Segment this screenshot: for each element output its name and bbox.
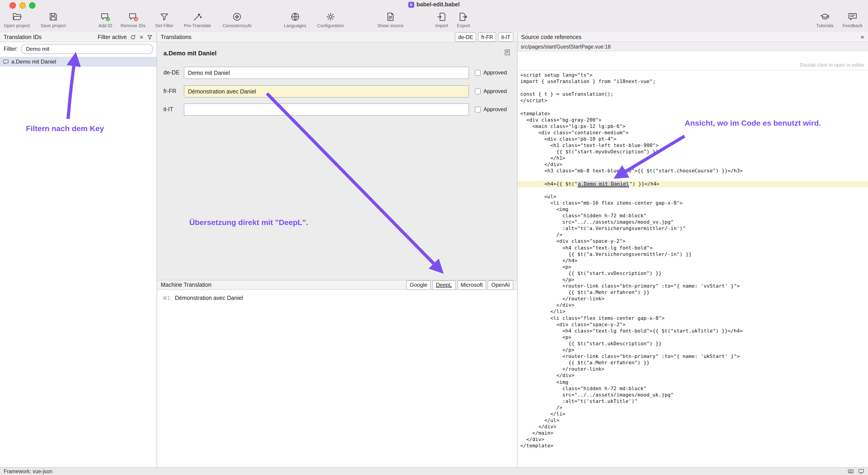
id-comment-icon[interactable]	[504, 49, 511, 56]
toolbar-label: Import	[435, 23, 448, 28]
add-id-button[interactable]: Add ID	[98, 12, 112, 28]
pre-translate-button[interactable]: Pre-Translate	[184, 12, 211, 28]
filter-label: Filter:	[4, 46, 18, 52]
clear-filter-icon[interactable]: ×	[140, 34, 144, 40]
translation-row-de-DE: de-DE Approved	[157, 67, 517, 79]
provider-button-deepl[interactable]: DeepL	[432, 280, 456, 290]
filter-input[interactable]	[21, 44, 153, 54]
language-button-fr-FR[interactable]: fr-FR	[478, 32, 496, 42]
feedback-bubble-icon	[847, 12, 858, 22]
source-references-header: Source code references ×	[518, 32, 868, 42]
source-code-references-panel: Source code references × src/pages/start…	[518, 32, 868, 467]
display-icon[interactable]	[858, 468, 864, 475]
translation-input-de-DE[interactable]	[184, 67, 469, 79]
app-document-icon: b	[408, 2, 414, 7]
refresh-filter-icon[interactable]	[130, 34, 136, 40]
approved-checkbox-it-IT[interactable]	[475, 107, 481, 112]
zoom-window-button[interactable]	[29, 2, 35, 9]
panel-divider-right[interactable]	[517, 32, 518, 467]
languages-button[interactable]: Languages	[284, 12, 306, 28]
file-reference-bar[interactable]: src/pages/start/GuestStartPage.vue:18	[518, 42, 868, 51]
toolbar-label: Export	[457, 23, 470, 28]
code-line: </div>	[518, 302, 868, 309]
minimize-window-button[interactable]	[20, 2, 26, 9]
translation-input-fr-FR[interactable]	[184, 85, 469, 98]
code-line: </div>	[518, 162, 868, 168]
filter-funnel-icon[interactable]	[147, 34, 153, 40]
translation-id-bubble-icon	[3, 59, 9, 65]
graduation-cap-icon	[820, 12, 830, 22]
approved-checkbox-fr-FR[interactable]	[475, 89, 481, 94]
code-line: const { t } = useTranslation();	[518, 92, 868, 98]
toolbar-label: Add ID	[98, 23, 112, 28]
editor-hint: Double-click to open in editor	[518, 51, 868, 70]
remove-ids-button[interactable]: Remove IDs	[121, 12, 146, 28]
code-line: {{ $t("a.Versicherungsvermittler/-in") }…	[518, 251, 868, 258]
set-filter-button[interactable]: Set Filter	[155, 12, 174, 28]
main-toolbar: Open project Save project Add ID Remove …	[0, 10, 868, 33]
code-line: {{ $t("a.Mehr erfahren") }}	[518, 290, 868, 296]
provider-button-openai[interactable]: OpenAI	[488, 280, 514, 290]
machine-translation-section: ⌘1 Démonstration avec Daniel	[157, 290, 517, 467]
code-line: />	[518, 405, 868, 411]
sparkle-badge-icon	[232, 12, 242, 22]
floppy-disk-icon	[48, 12, 58, 22]
tutorials-button[interactable]: Tutorials	[816, 12, 834, 28]
highlighted-translation-id-token[interactable]: a.Demo mit Daniel	[578, 181, 629, 187]
source-code: <script setup lang="ts">import { useTran…	[518, 72, 868, 467]
code-line: import { useTranslation } from "i18next-…	[518, 78, 868, 85]
row-language-label: de-DE	[163, 67, 180, 79]
consistency-ai-button[interactable]: ConsistencyAI	[222, 12, 251, 28]
open-project-button[interactable]: Open project	[4, 12, 30, 28]
code-line: :alt="t('a.Versicherungsvermittler/-in')…	[518, 226, 868, 232]
translation-input-it-IT[interactable]	[184, 103, 469, 116]
code-line: </main>	[518, 430, 868, 437]
add-translation-id-icon	[100, 12, 110, 22]
translation-row-it-IT: it-IT Approved	[157, 103, 517, 116]
toolbar-label: ConsistencyAI	[222, 23, 251, 28]
close-window-button[interactable]	[9, 2, 16, 9]
code-line: <p>	[518, 334, 868, 341]
toolbar-label: Show source	[377, 23, 404, 28]
code-line: class="hidden h-72 md:block"	[518, 385, 868, 392]
show-source-button[interactable]: Show source	[377, 12, 404, 28]
code-line: src="../../assets/images/mood_uk.jpg"	[518, 392, 868, 398]
language-button-it-IT[interactable]: it-IT	[498, 32, 514, 42]
code-line: </div>	[518, 437, 868, 443]
code-line: {{ $t("start.vvDescription") }}	[518, 270, 868, 277]
code-line: </div>	[518, 373, 868, 379]
configuration-button[interactable]: Configuration	[317, 12, 344, 28]
feedback-button[interactable]: Feedback	[843, 12, 863, 28]
row-language-label: it-IT	[163, 103, 173, 116]
translation-id-list-item[interactable]: a.Demo mit Daniel	[0, 57, 157, 67]
window-title-text: babel-edit.babel	[416, 1, 460, 8]
source-document-icon	[385, 12, 395, 22]
language-button-de-DE[interactable]: de-DE	[455, 32, 476, 42]
magic-wand-icon	[192, 12, 203, 22]
machine-translation-suggestion-row[interactable]: ⌘1 Démonstration avec Daniel	[157, 294, 517, 303]
provider-button-microsoft[interactable]: Microsoft	[457, 280, 486, 290]
source-references-title: Source code references	[521, 34, 581, 40]
keyboard-icon[interactable]	[847, 468, 854, 475]
export-button[interactable]: Export	[457, 12, 470, 28]
annotation-source-note: Ansicht, wo im Code es benutzt wird.	[685, 119, 821, 128]
code-line: </h1>	[518, 155, 868, 162]
provider-button-google[interactable]: Google	[406, 280, 431, 290]
code-line: <div class="container-medium">	[518, 130, 868, 136]
code-line: {{ $t("start.ukDescription") }}	[518, 341, 868, 347]
language-button-label: de-DE	[458, 34, 473, 40]
provider-button-label: Microsoft	[461, 282, 483, 288]
code-line	[518, 85, 868, 91]
annotation-deepl-note: Übersetzung direkt mit "DeepL".	[189, 218, 308, 227]
selected-translation-id-title: a.Demo mit Daniel	[163, 50, 217, 57]
save-project-button[interactable]: Save project	[40, 12, 66, 28]
code-line: <div class="pb-10 pt-4">	[518, 136, 868, 142]
code-line: <img	[518, 379, 868, 385]
approved-checkbox-de-DE[interactable]	[475, 70, 481, 76]
close-panel-icon[interactable]: ×	[860, 34, 864, 40]
code-line	[518, 104, 868, 110]
approved-label: Approved	[484, 103, 507, 116]
panel-divider-left[interactable]	[157, 32, 157, 467]
code-line: <h4>{{ $t("a.Demo mit Daniel") }}</h4>	[518, 181, 868, 187]
import-button[interactable]: Import	[435, 12, 448, 28]
